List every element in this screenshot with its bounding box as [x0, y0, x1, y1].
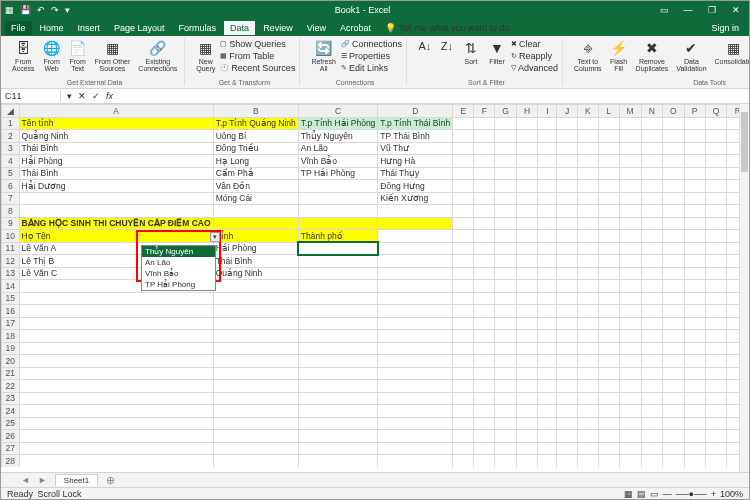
- cell[interactable]: [619, 280, 641, 293]
- cell[interactable]: [298, 330, 378, 343]
- cell[interactable]: [298, 405, 378, 418]
- refresh-all-button[interactable]: 🔄RefreshAll: [308, 38, 339, 73]
- cell[interactable]: [378, 267, 453, 280]
- col-header[interactable]: D: [378, 105, 453, 118]
- cell[interactable]: [598, 305, 619, 318]
- cell[interactable]: [619, 205, 641, 218]
- cell[interactable]: [298, 392, 378, 405]
- cell[interactable]: [516, 442, 537, 455]
- cell[interactable]: [557, 405, 577, 418]
- cell[interactable]: [684, 130, 705, 143]
- cell[interactable]: [598, 405, 619, 418]
- cell[interactable]: [641, 180, 662, 193]
- ribbon-btn[interactable]: ⎆Text toColumns: [571, 38, 605, 73]
- cell[interactable]: [495, 192, 517, 205]
- cell[interactable]: Cẩm Phả: [213, 167, 298, 180]
- connections[interactable]: 🔗 Connections: [341, 38, 402, 50]
- cell[interactable]: [641, 167, 662, 180]
- row-header[interactable]: 23: [2, 392, 20, 405]
- cell[interactable]: [598, 255, 619, 268]
- cell[interactable]: Hưng Hà: [378, 155, 453, 168]
- cell[interactable]: [453, 205, 474, 218]
- cell[interactable]: [662, 205, 684, 218]
- cell[interactable]: [474, 317, 495, 330]
- cell[interactable]: [298, 455, 378, 468]
- cell[interactable]: [495, 267, 517, 280]
- cell[interactable]: Thái Bình: [19, 142, 213, 155]
- zoom-in-button[interactable]: +: [711, 489, 716, 499]
- col-header[interactable]: O: [662, 105, 684, 118]
- cell[interactable]: Thái Bình: [213, 255, 298, 268]
- cell[interactable]: [474, 205, 495, 218]
- zoom-out-button[interactable]: —: [663, 489, 672, 499]
- cell[interactable]: [662, 280, 684, 293]
- cell[interactable]: [619, 180, 641, 193]
- cell[interactable]: [684, 155, 705, 168]
- ribbon-btn[interactable]: ✔DataValidation: [673, 38, 709, 73]
- cell[interactable]: [619, 455, 641, 468]
- cell[interactable]: [538, 180, 557, 193]
- cell[interactable]: Hạ Long: [213, 155, 298, 168]
- cell[interactable]: [453, 367, 474, 380]
- cell[interactable]: [662, 130, 684, 143]
- cell[interactable]: [557, 342, 577, 355]
- cell[interactable]: [577, 442, 598, 455]
- cell[interactable]: [538, 305, 557, 318]
- cell[interactable]: [516, 230, 537, 243]
- row-header[interactable]: 25: [2, 417, 20, 430]
- view-normal-icon[interactable]: ▦: [624, 489, 633, 499]
- cell[interactable]: [619, 117, 641, 130]
- cell[interactable]: [684, 455, 705, 468]
- cell[interactable]: [378, 330, 453, 343]
- cell[interactable]: [474, 217, 495, 230]
- dropdown-option[interactable]: Thủy Nguyên: [142, 246, 215, 257]
- cell[interactable]: [453, 342, 474, 355]
- cell[interactable]: [378, 417, 453, 430]
- cell[interactable]: [662, 330, 684, 343]
- col-header[interactable]: A: [19, 105, 213, 118]
- cell[interactable]: [705, 367, 727, 380]
- cell[interactable]: [705, 192, 727, 205]
- cell[interactable]: [453, 142, 474, 155]
- row-header[interactable]: 7: [2, 192, 20, 205]
- cell[interactable]: [705, 292, 727, 305]
- cell[interactable]: [19, 317, 213, 330]
- cell[interactable]: [705, 255, 727, 268]
- cell[interactable]: [453, 192, 474, 205]
- cell[interactable]: [474, 255, 495, 268]
- cell[interactable]: [298, 367, 378, 380]
- cell[interactable]: [453, 130, 474, 143]
- cell[interactable]: [495, 117, 517, 130]
- cell[interactable]: [557, 217, 577, 230]
- fx-confirm-icon[interactable]: ✓: [92, 91, 100, 101]
- row-header[interactable]: 3: [2, 142, 20, 155]
- cell[interactable]: [495, 155, 517, 168]
- cell[interactable]: [619, 392, 641, 405]
- cell[interactable]: [378, 217, 453, 230]
- cell[interactable]: [705, 217, 727, 230]
- cell[interactable]: [662, 405, 684, 418]
- cell[interactable]: [557, 230, 577, 243]
- row-header[interactable]: 13: [2, 267, 20, 280]
- cell[interactable]: [705, 205, 727, 218]
- cell[interactable]: [213, 342, 298, 355]
- cell[interactable]: [19, 305, 213, 318]
- cell[interactable]: [557, 117, 577, 130]
- cell[interactable]: [19, 405, 213, 418]
- cell[interactable]: [662, 192, 684, 205]
- advanced-filter[interactable]: ▽ Advanced: [511, 62, 558, 74]
- col-header[interactable]: F: [474, 105, 495, 118]
- vertical-scrollbar[interactable]: [739, 104, 749, 472]
- dropdown-option[interactable]: An Lão: [142, 257, 215, 268]
- cell[interactable]: [577, 230, 598, 243]
- cell[interactable]: [684, 192, 705, 205]
- cell[interactable]: [495, 255, 517, 268]
- cell[interactable]: [557, 305, 577, 318]
- cell[interactable]: [557, 205, 577, 218]
- ribbon-btn[interactable]: 🌐FromWeb: [40, 38, 64, 73]
- cell[interactable]: [662, 367, 684, 380]
- cell[interactable]: [577, 142, 598, 155]
- cell[interactable]: [641, 367, 662, 380]
- sort-za-button[interactable]: Z↓: [437, 38, 457, 54]
- cell[interactable]: [19, 417, 213, 430]
